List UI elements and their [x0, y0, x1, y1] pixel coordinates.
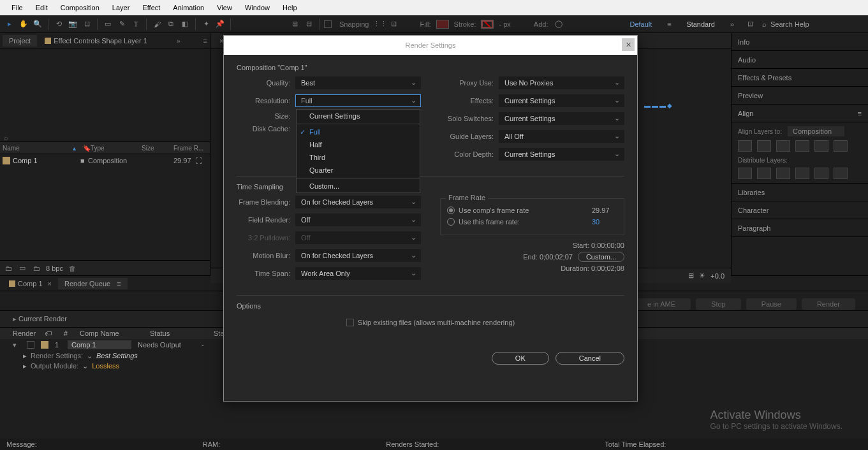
new-comp-icon[interactable]: ▭	[18, 264, 27, 273]
effects-dropdown[interactable]: Current Settings	[499, 94, 624, 107]
proxy-dropdown[interactable]: Use No Proxies	[499, 76, 624, 89]
rotate-tool-icon[interactable]: ⟲	[53, 18, 64, 30]
dist-1-icon[interactable]	[738, 168, 752, 179]
ok-button[interactable]: OK	[492, 352, 549, 365]
menu-view[interactable]: View	[210, 1, 239, 14]
dist-3-icon[interactable]	[776, 168, 790, 179]
grid-icon[interactable]: ⊞	[688, 272, 694, 280]
output-module-link[interactable]: Lossless	[92, 362, 119, 370]
om-dropdown-icon[interactable]: ⌄	[82, 362, 88, 370]
project-item-comp1[interactable]: Comp 1 ■ Composition 29.97 ⛶	[0, 154, 210, 167]
res-opt-third[interactable]: Third	[297, 151, 420, 164]
menu-layer[interactable]: Layer	[106, 1, 136, 14]
panel-overflow-icon[interactable]: »	[177, 37, 180, 45]
type-tool-icon[interactable]: T	[130, 18, 142, 30]
pause-button[interactable]: Pause	[746, 298, 797, 310]
menu-window[interactable]: Window	[239, 1, 276, 14]
rq-menu-icon[interactable]: ≡	[117, 280, 121, 287]
dist-5-icon[interactable]	[814, 168, 828, 179]
timeline-tab-comp1[interactable]: Comp 1 ×	[3, 278, 58, 289]
queue-ame-button[interactable]: e in AME	[632, 298, 691, 310]
hand-tool-icon[interactable]: ✋	[18, 18, 29, 30]
use-comp-fps-radio[interactable]: Use comp's frame rate 29.97	[447, 207, 617, 214]
rs-dropdown-icon[interactable]: ⌄	[87, 352, 92, 360]
exposure-icon[interactable]: ☀	[699, 272, 705, 280]
depth-dropdown[interactable]: Current Settings	[499, 148, 624, 161]
res-opt-current[interactable]: Current Settings	[297, 110, 420, 122]
align-to-dropdown[interactable]: Composition	[788, 126, 844, 136]
align-hcenter-icon[interactable]	[757, 140, 771, 152]
panel-effects-presets[interactable]: Effects & Presets	[732, 69, 868, 87]
panel-menu-icon[interactable]: ≡	[203, 37, 207, 45]
panel-info[interactable]: Info	[732, 33, 868, 51]
workspace-default[interactable]: Default	[624, 19, 657, 29]
twirl-om-icon[interactable]: ▸	[23, 362, 27, 370]
guide-dropdown[interactable]: All Off	[499, 130, 624, 143]
sync-icon[interactable]: ⊡	[744, 18, 756, 30]
align-bottom-icon[interactable]	[834, 140, 848, 152]
workspace-standard[interactable]: Standard	[681, 19, 720, 29]
align-left-icon[interactable]	[738, 140, 752, 152]
close-tab-icon[interactable]: ×	[48, 280, 52, 287]
panel-preview[interactable]: Preview	[732, 87, 868, 105]
fill-swatch[interactable]	[436, 20, 449, 29]
tab-project[interactable]: Project	[3, 35, 37, 47]
project-search-icon[interactable]: ⌕	[4, 134, 8, 142]
local-axis-icon[interactable]: ⊞	[289, 18, 300, 30]
interpret-icon[interactable]: 🗀	[4, 264, 13, 273]
panel-character[interactable]: Character	[732, 201, 868, 219]
menu-file[interactable]: File	[5, 1, 29, 14]
trash-icon[interactable]: 🗑	[68, 264, 77, 273]
fps-value-input[interactable]: 30	[592, 218, 617, 226]
camera-tool-icon[interactable]: 📷	[67, 18, 78, 30]
dist-4-icon[interactable]	[795, 168, 809, 179]
panel-align-header[interactable]: Align ≡	[732, 105, 868, 122]
tab-effect-controls[interactable]: Effect Controls Shape Layer 1	[38, 35, 154, 47]
dist-6-icon[interactable]	[834, 168, 848, 179]
puppet-tool-icon[interactable]: 📌	[214, 18, 226, 30]
selection-tool-icon[interactable]: ▸	[4, 18, 15, 30]
pen-tool-icon[interactable]: ✎	[116, 18, 128, 30]
new-folder-icon[interactable]: 🗀	[32, 264, 41, 273]
stop-button[interactable]: Stop	[696, 298, 741, 310]
quality-dropdown[interactable]: Best	[295, 76, 421, 89]
align-menu-icon[interactable]: ≡	[858, 110, 862, 117]
tab-render-queue[interactable]: Render Queue ≡	[58, 278, 128, 289]
frame-blending-dropdown[interactable]: On for Checked Layers	[295, 196, 421, 208]
workspace-menu-icon[interactable]: ≡	[663, 18, 675, 30]
roto-tool-icon[interactable]: ✦	[200, 18, 212, 30]
time-span-dropdown[interactable]: Work Area Only	[295, 267, 421, 280]
stroke-width[interactable]: - px	[499, 20, 510, 28]
clone-tool-icon[interactable]: ⧉	[165, 18, 177, 30]
eraser-tool-icon[interactable]: ◧	[179, 18, 191, 30]
overflow-icon[interactable]: »	[726, 18, 738, 30]
dist-2-icon[interactable]	[757, 168, 771, 179]
snap-opt1-icon[interactable]: ⋮⋮	[374, 18, 386, 30]
cancel-button[interactable]: Cancel	[555, 352, 624, 365]
zoom-tool-icon[interactable]: 🔍	[32, 18, 43, 30]
bpc-button[interactable]: 8 bpc	[46, 265, 63, 272]
align-right-icon[interactable]	[776, 140, 790, 152]
resolution-dropdown[interactable]: Full Current Settings Full Half Third Qu…	[295, 94, 421, 107]
snapping-checkbox[interactable]	[324, 20, 332, 28]
menu-effect[interactable]: Effect	[136, 1, 166, 14]
res-opt-half[interactable]: Half	[297, 138, 420, 151]
use-this-fps-radio[interactable]: Use this frame rate: 30	[447, 218, 617, 226]
world-axis-icon[interactable]: ⊟	[303, 18, 314, 30]
menu-animation[interactable]: Animation	[166, 1, 210, 14]
solo-dropdown[interactable]: Current Settings	[499, 112, 624, 125]
twirl-rs-icon[interactable]: ▸	[23, 352, 27, 360]
align-top-icon[interactable]	[795, 140, 809, 152]
field-render-dropdown[interactable]: Off	[295, 214, 421, 226]
panel-paragraph[interactable]: Paragraph	[732, 219, 868, 237]
brush-tool-icon[interactable]: 🖌	[151, 18, 163, 30]
custom-timespan-button[interactable]: Custom...	[578, 252, 624, 262]
twirl-icon[interactable]: ▾	[13, 341, 20, 349]
dialog-close-button[interactable]: ✕	[622, 38, 635, 51]
pan-behind-tool-icon[interactable]: ⊡	[81, 18, 92, 30]
menu-help[interactable]: Help	[276, 1, 304, 14]
search-help[interactable]: ⌕ Search Help	[762, 20, 864, 28]
render-settings-link[interactable]: Best Settings	[96, 352, 138, 359]
render-button[interactable]: Render	[802, 298, 855, 310]
align-vcenter-icon[interactable]	[814, 140, 828, 152]
